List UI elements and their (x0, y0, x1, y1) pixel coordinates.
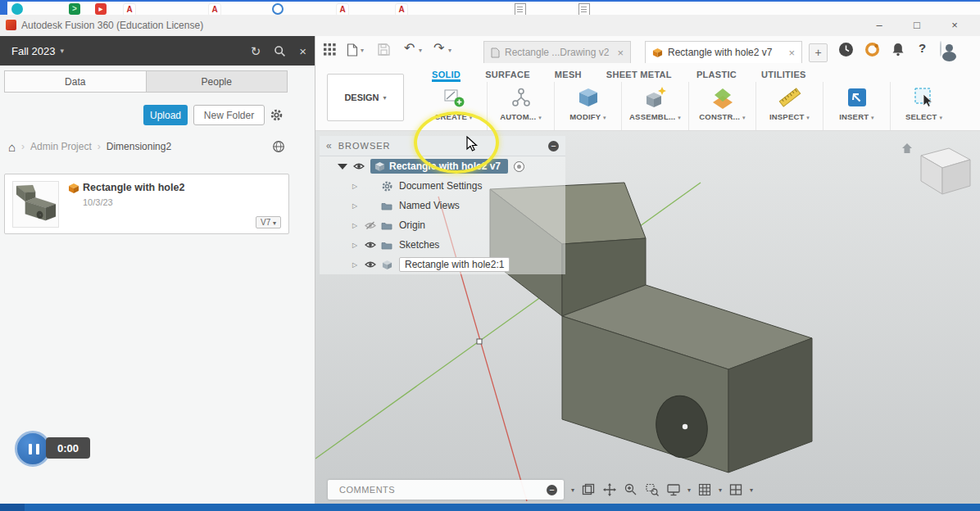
tab-surface[interactable]: SURFACE (485, 70, 530, 82)
minimize-comments-icon[interactable]: − (547, 485, 557, 495)
pan-icon[interactable] (602, 482, 617, 497)
group-construct[interactable]: CONSTR... ▾ (689, 82, 756, 130)
group-create[interactable]: CREATE ▾ (420, 82, 488, 130)
minimize-button[interactable]: – (870, 18, 888, 33)
design-title: Rectangle with hole2 (83, 182, 184, 193)
browser-item-label: Origin (399, 219, 425, 231)
chevron-down-icon[interactable]: ▾ (687, 486, 691, 494)
chevron-down-icon[interactable]: ▾ (750, 486, 753, 494)
chevron-down-icon[interactable]: ▾ (361, 47, 364, 54)
save-icon[interactable] (378, 43, 390, 56)
expand-arrow-icon[interactable] (338, 164, 347, 170)
browser-row-origin[interactable]: ▷ Origin (320, 215, 565, 235)
expand-arrow-icon[interactable]: ▷ (352, 183, 362, 190)
minimize-panel-icon[interactable]: − (548, 141, 559, 151)
expand-arrow-icon[interactable]: ▷ (352, 242, 362, 249)
globe-icon[interactable] (272, 140, 285, 153)
favicon-teal-app-icon[interactable] (11, 3, 23, 15)
visibility-off-eye-icon[interactable] (365, 221, 376, 230)
browser-row-document-settings[interactable]: ▷ Document Settings (320, 176, 565, 196)
new-folder-button[interactable]: New Folder (193, 105, 265, 125)
tab-sheet-metal[interactable]: SHEET METAL (606, 70, 672, 82)
extensions-icon[interactable] (864, 42, 880, 57)
settings-gear-icon[interactable] (270, 108, 284, 122)
visibility-eye-icon[interactable] (365, 260, 376, 269)
create-sketch-icon (442, 84, 466, 111)
expand-arrow-icon[interactable]: ▷ (352, 222, 362, 229)
favicon-green-code-icon[interactable]: > (69, 3, 80, 15)
group-select[interactable]: SELECT ▾ (891, 82, 957, 130)
group-automate[interactable]: AUTOM... ▾ (488, 82, 555, 130)
file-new-icon[interactable] (347, 43, 358, 57)
version-badge[interactable]: V7 ▾ (256, 216, 281, 228)
search-icon[interactable] (274, 45, 286, 57)
project-selector[interactable]: Fall 2023 (11, 45, 55, 57)
browser-item-label: Named Views (399, 200, 460, 211)
close-panel-icon[interactable]: × (299, 45, 306, 57)
browser-row-body[interactable]: ▷ Rectangle with ho (320, 255, 565, 274)
group-inspect[interactable]: INSPECT ▾ (756, 82, 823, 130)
profile-avatar[interactable] (940, 41, 941, 57)
activate-component-radio[interactable] (514, 161, 524, 172)
breadcrumb-project[interactable]: Admin Project (30, 141, 92, 152)
favicon-red-video-icon[interactable]: ▸ (95, 3, 107, 15)
tab-utilities[interactable]: UTILITIES (761, 70, 806, 82)
upload-button[interactable]: Upload (143, 105, 188, 125)
comments-bar[interactable]: COMMENTS − (328, 480, 564, 500)
chevron-down-icon[interactable]: ▾ (571, 486, 574, 494)
notification-bell-icon[interactable] (891, 42, 905, 57)
chevron-down-icon[interactable]: ▾ (448, 47, 451, 54)
viewports-icon[interactable] (728, 482, 743, 497)
title-bar: Autodesk Fusion 360 (Education License) … (0, 15, 980, 37)
folder-icon (381, 241, 392, 250)
grid-settings-icon[interactable] (697, 482, 712, 497)
workspace-selector[interactable]: DESIGN ▾ (327, 74, 404, 121)
group-insert[interactable]: INSERT ▾ (823, 82, 891, 130)
zoom-window-icon[interactable] (645, 482, 660, 497)
tab-label: Rectangle ...Drawing v2 (505, 47, 609, 58)
close-window-button[interactable]: × (946, 18, 964, 33)
fit-view-icon[interactable] (581, 482, 596, 497)
tab-data[interactable]: Data (4, 70, 147, 93)
origin-point[interactable] (477, 339, 482, 344)
expand-arrow-icon[interactable]: ▷ (352, 261, 362, 269)
display-settings-icon[interactable] (666, 482, 681, 497)
design-item-card[interactable]: Rectangle with hole2 10/3/23 V7 ▾ (4, 174, 289, 234)
folder-icon (381, 201, 392, 210)
undo-icon[interactable]: ↶ (404, 40, 415, 56)
visibility-eye-icon[interactable] (365, 241, 376, 249)
job-status-icon[interactable] (838, 42, 854, 57)
home-icon[interactable]: ⌂ (8, 140, 16, 154)
group-modify[interactable]: MODIFY ▾ (555, 82, 622, 130)
viewport[interactable]: « BROWSER − (315, 131, 980, 504)
redo-icon[interactable]: ↷ (433, 40, 444, 56)
expand-arrow-icon[interactable]: ▷ (352, 202, 362, 210)
chevron-down-icon[interactable]: ▾ (419, 47, 422, 54)
collapse-panel-icon[interactable]: « (326, 140, 332, 151)
group-assemble[interactable]: ASSEMBL... ▾ (622, 82, 689, 130)
browser-row-sketches[interactable]: ▷ Sketches (320, 235, 565, 255)
windows-taskbar[interactable] (0, 504, 980, 511)
chevron-down-icon[interactable]: ▾ (719, 486, 722, 494)
breadcrumb-folder[interactable]: Dimensioning2 (107, 141, 171, 152)
visibility-eye-icon[interactable] (353, 162, 365, 170)
browser-root-selection[interactable]: Rectangle with hole2 v7 (370, 159, 508, 174)
browser-row-named-views[interactable]: ▷ Named Views (320, 196, 565, 215)
help-icon[interactable]: ? (919, 41, 926, 55)
favicon-blue-ring-icon[interactable] (272, 3, 284, 15)
close-tab-icon[interactable]: × (788, 47, 795, 59)
close-tab-icon[interactable]: × (617, 47, 624, 59)
document-tab-drawing[interactable]: Rectangle ...Drawing v2 × (483, 41, 631, 63)
app-grid-icon[interactable] (324, 43, 336, 56)
start-button-edge[interactable] (0, 504, 25, 511)
document-tab-active[interactable]: Rectangle with hole2 v7 × (645, 41, 802, 63)
tab-plastic[interactable]: PLASTIC (696, 70, 737, 82)
refresh-icon[interactable]: ↻ (251, 45, 261, 57)
maximize-button[interactable]: □ (908, 18, 926, 33)
zoom-icon[interactable] (624, 482, 638, 497)
browser-root-row[interactable]: Rectangle with hole2 v7 (320, 156, 565, 176)
tab-solid[interactable]: SOLID (432, 70, 461, 82)
tab-mesh[interactable]: MESH (555, 70, 582, 82)
tab-people[interactable]: People (147, 70, 288, 93)
new-tab-button[interactable]: + (809, 43, 828, 62)
